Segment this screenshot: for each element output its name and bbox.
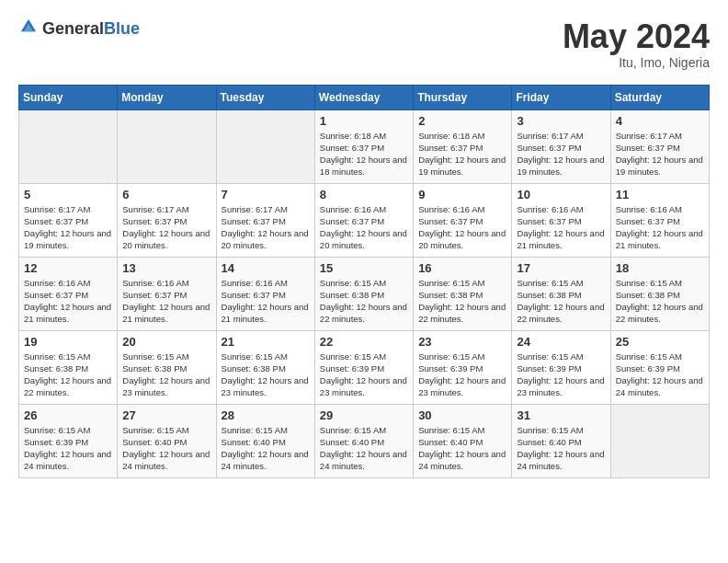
day-number: 11: [616, 188, 704, 201]
day-number: 25: [616, 335, 704, 349]
day-number: 27: [122, 408, 210, 422]
day-number: 7: [222, 188, 310, 201]
day-number: 22: [320, 335, 408, 349]
day-number: 31: [517, 408, 605, 422]
weekday-header-thursday: Thursday: [414, 85, 512, 109]
calendar-body: 1 Sunrise: 6:18 AM Sunset: 6:37 PM Dayli…: [19, 109, 710, 477]
calendar-cell: 13 Sunrise: 6:16 AM Sunset: 6:37 PM Dayl…: [118, 257, 216, 330]
calendar-cell: 26 Sunrise: 6:15 AM Sunset: 6:39 PM Dayl…: [19, 404, 118, 477]
calendar-cell: 27 Sunrise: 6:15 AM Sunset: 6:40 PM Dayl…: [118, 404, 216, 477]
day-info: Sunrise: 6:17 AM Sunset: 6:37 PM Dayligh…: [222, 203, 310, 252]
calendar-cell: 29 Sunrise: 6:15 AM Sunset: 6:40 PM Dayl…: [314, 404, 413, 477]
day-number: 4: [616, 114, 704, 128]
calendar-cell: 10 Sunrise: 6:16 AM Sunset: 6:37 PM Dayl…: [512, 183, 610, 257]
month-title: May 2024: [563, 18, 710, 55]
day-info: Sunrise: 6:15 AM Sunset: 6:39 PM Dayligh…: [418, 350, 506, 399]
day-info: Sunrise: 6:17 AM Sunset: 6:37 PM Dayligh…: [24, 203, 112, 252]
calendar-cell: 28 Sunrise: 6:15 AM Sunset: 6:40 PM Dayl…: [216, 404, 314, 477]
logo-general: General: [42, 19, 104, 38]
location: Itu, Imo, Nigeria: [563, 55, 710, 70]
calendar-header-row: SundayMondayTuesdayWednesdayThursdayFrid…: [19, 85, 710, 109]
day-number: 9: [418, 188, 506, 201]
calendar-cell: 1 Sunrise: 6:18 AM Sunset: 6:37 PM Dayli…: [314, 109, 413, 183]
day-info: Sunrise: 6:15 AM Sunset: 6:38 PM Dayligh…: [24, 350, 112, 399]
day-info: Sunrise: 6:16 AM Sunset: 6:37 PM Dayligh…: [122, 277, 210, 326]
calendar-cell: [118, 109, 216, 183]
day-number: 17: [517, 261, 605, 275]
day-number: 21: [222, 335, 310, 349]
weekday-header-wednesday: Wednesday: [314, 85, 413, 109]
day-info: Sunrise: 6:15 AM Sunset: 6:40 PM Dayligh…: [418, 424, 506, 473]
day-number: 28: [222, 408, 310, 422]
day-info: Sunrise: 6:15 AM Sunset: 6:39 PM Dayligh…: [517, 350, 605, 399]
day-number: 3: [517, 114, 605, 128]
day-info: Sunrise: 6:16 AM Sunset: 6:37 PM Dayligh…: [616, 203, 704, 252]
day-number: 12: [24, 261, 112, 275]
calendar-week-2: 5 Sunrise: 6:17 AM Sunset: 6:37 PM Dayli…: [19, 183, 710, 257]
logo: GeneralBlue: [18, 18, 140, 39]
day-info: Sunrise: 6:18 AM Sunset: 6:37 PM Dayligh…: [320, 130, 408, 178]
day-info: Sunrise: 6:15 AM Sunset: 6:38 PM Dayligh…: [418, 277, 506, 326]
day-info: Sunrise: 6:16 AM Sunset: 6:37 PM Dayligh…: [222, 277, 310, 326]
calendar-cell: 19 Sunrise: 6:15 AM Sunset: 6:38 PM Dayl…: [19, 330, 118, 404]
day-number: 24: [517, 335, 605, 349]
day-info: Sunrise: 6:15 AM Sunset: 6:38 PM Dayligh…: [616, 277, 704, 326]
day-info: Sunrise: 6:16 AM Sunset: 6:37 PM Dayligh…: [320, 203, 408, 252]
day-number: 1: [320, 114, 408, 128]
day-number: 14: [222, 261, 310, 275]
day-info: Sunrise: 6:16 AM Sunset: 6:37 PM Dayligh…: [418, 203, 506, 252]
logo-blue: Blue: [104, 19, 140, 38]
calendar-cell: 31 Sunrise: 6:15 AM Sunset: 6:40 PM Dayl…: [512, 404, 610, 477]
day-info: Sunrise: 6:15 AM Sunset: 6:39 PM Dayligh…: [320, 350, 408, 399]
calendar-cell: 14 Sunrise: 6:16 AM Sunset: 6:37 PM Dayl…: [216, 257, 314, 330]
calendar-cell: 15 Sunrise: 6:15 AM Sunset: 6:38 PM Dayl…: [314, 257, 413, 330]
day-number: 2: [418, 114, 506, 128]
day-number: 16: [418, 261, 506, 275]
day-info: Sunrise: 6:15 AM Sunset: 6:38 PM Dayligh…: [517, 277, 605, 326]
calendar-week-1: 1 Sunrise: 6:18 AM Sunset: 6:37 PM Dayli…: [19, 109, 710, 183]
calendar-cell: 3 Sunrise: 6:17 AM Sunset: 6:37 PM Dayli…: [512, 109, 610, 183]
calendar-cell: 6 Sunrise: 6:17 AM Sunset: 6:37 PM Dayli…: [118, 183, 216, 257]
weekday-header-friday: Friday: [512, 85, 610, 109]
day-info: Sunrise: 6:17 AM Sunset: 6:37 PM Dayligh…: [122, 203, 210, 252]
calendar-cell: 21 Sunrise: 6:15 AM Sunset: 6:38 PM Dayl…: [216, 330, 314, 404]
day-number: 13: [122, 261, 210, 275]
calendar-cell: 2 Sunrise: 6:18 AM Sunset: 6:37 PM Dayli…: [414, 109, 512, 183]
calendar-cell: 17 Sunrise: 6:15 AM Sunset: 6:38 PM Dayl…: [512, 257, 610, 330]
day-number: 5: [24, 188, 112, 201]
calendar-cell: 24 Sunrise: 6:15 AM Sunset: 6:39 PM Dayl…: [512, 330, 610, 404]
day-info: Sunrise: 6:18 AM Sunset: 6:37 PM Dayligh…: [418, 130, 506, 178]
day-number: 20: [122, 335, 210, 349]
calendar-cell: 9 Sunrise: 6:16 AM Sunset: 6:37 PM Dayli…: [414, 183, 512, 257]
day-number: 30: [418, 408, 506, 422]
calendar-cell: [610, 404, 709, 477]
weekday-header-saturday: Saturday: [610, 85, 709, 109]
day-number: 19: [24, 335, 112, 349]
day-info: Sunrise: 6:15 AM Sunset: 6:40 PM Dayligh…: [222, 424, 310, 473]
calendar-table: SundayMondayTuesdayWednesdayThursdayFrid…: [18, 85, 710, 478]
day-number: 26: [24, 408, 112, 422]
day-number: 18: [616, 261, 704, 275]
day-info: Sunrise: 6:15 AM Sunset: 6:38 PM Dayligh…: [122, 350, 210, 399]
calendar-cell: 11 Sunrise: 6:16 AM Sunset: 6:37 PM Dayl…: [610, 183, 709, 257]
day-number: 8: [320, 188, 408, 201]
weekday-header-sunday: Sunday: [19, 85, 118, 109]
calendar-week-5: 26 Sunrise: 6:15 AM Sunset: 6:39 PM Dayl…: [19, 404, 710, 477]
calendar-cell: 8 Sunrise: 6:16 AM Sunset: 6:37 PM Dayli…: [314, 183, 413, 257]
day-info: Sunrise: 6:15 AM Sunset: 6:40 PM Dayligh…: [320, 424, 408, 473]
calendar-cell: 23 Sunrise: 6:15 AM Sunset: 6:39 PM Dayl…: [414, 330, 512, 404]
weekday-header-monday: Monday: [118, 85, 216, 109]
day-number: 29: [320, 408, 408, 422]
calendar-cell: 22 Sunrise: 6:15 AM Sunset: 6:39 PM Dayl…: [314, 330, 413, 404]
calendar-cell: 4 Sunrise: 6:17 AM Sunset: 6:37 PM Dayli…: [610, 109, 709, 183]
page-header: GeneralBlue May 2024 Itu, Imo, Nigeria: [18, 18, 710, 70]
day-info: Sunrise: 6:15 AM Sunset: 6:38 PM Dayligh…: [222, 350, 310, 399]
day-info: Sunrise: 6:15 AM Sunset: 6:39 PM Dayligh…: [24, 424, 112, 473]
calendar-cell: 25 Sunrise: 6:15 AM Sunset: 6:39 PM Dayl…: [610, 330, 709, 404]
day-number: 23: [418, 335, 506, 349]
calendar-week-3: 12 Sunrise: 6:16 AM Sunset: 6:37 PM Dayl…: [19, 257, 710, 330]
day-info: Sunrise: 6:16 AM Sunset: 6:37 PM Dayligh…: [24, 277, 112, 326]
weekday-header-tuesday: Tuesday: [216, 85, 314, 109]
day-info: Sunrise: 6:15 AM Sunset: 6:40 PM Dayligh…: [122, 424, 210, 473]
calendar-cell: 20 Sunrise: 6:15 AM Sunset: 6:38 PM Dayl…: [118, 330, 216, 404]
